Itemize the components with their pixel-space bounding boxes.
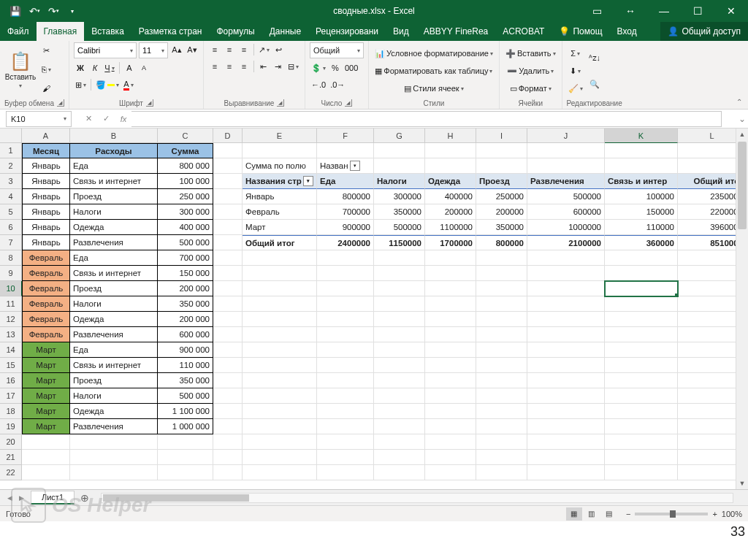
col-header-J[interactable]: J (527, 129, 605, 143)
zoom-level[interactable]: 100% (722, 510, 742, 518)
view-page-layout-button[interactable]: ▥ (584, 507, 600, 521)
worksheet-grid[interactable]: ABCDEFGHIJKL 123456789101112131415161718… (0, 129, 748, 489)
font-launcher[interactable]: ◢ (146, 99, 153, 107)
sort-filter-button[interactable]: ᴬᴢ↓ (587, 46, 603, 69)
decrease-indent-button[interactable]: ⇤ (257, 59, 270, 74)
col-header-B[interactable]: B (70, 129, 158, 143)
underline-button[interactable]: Ч▾ (103, 61, 116, 75)
decrease-font-alt[interactable]: A (137, 61, 150, 75)
ribbon-display-icon[interactable]: ▭ (580, 0, 614, 22)
number-format-combo[interactable]: Общий▾ (310, 42, 364, 58)
tab-formulas[interactable]: Формулы (209, 22, 262, 41)
clear-button[interactable]: 🧹▾ (567, 82, 584, 96)
bold-button[interactable]: Ж (74, 61, 87, 75)
enter-formula-button[interactable]: ✓ (98, 112, 114, 126)
zoom-in-button[interactable]: + (712, 510, 717, 518)
minimize-icon[interactable]: — (647, 0, 681, 22)
row-header-14[interactable]: 14 (0, 342, 22, 358)
tab-file[interactable]: Файл (0, 22, 37, 41)
row-header-12[interactable]: 12 (0, 312, 22, 327)
tab-abbyy[interactable]: ABBYY FineRea (416, 22, 496, 41)
increase-font-alt[interactable]: A (123, 61, 136, 75)
sheet-tab-active[interactable]: Лист1 (31, 491, 75, 505)
col-header-F[interactable]: F (317, 129, 374, 143)
row-header-15[interactable]: 15 (0, 358, 22, 373)
col-header-H[interactable]: H (425, 129, 476, 143)
orientation-button[interactable]: ↗▾ (257, 42, 271, 57)
expand-formula-icon[interactable]: ⌄ (736, 114, 748, 124)
increase-indent-button[interactable]: ⇥ (272, 59, 285, 74)
row-header-5[interactable]: 5 (0, 204, 22, 220)
fill-handle[interactable] (675, 294, 678, 296)
font-name-input[interactable] (77, 46, 127, 55)
col-header-K[interactable]: K (605, 129, 678, 143)
share-button[interactable]: 👤Общий доступ (660, 22, 748, 41)
format-as-table-button[interactable]: ▦Форматировать как таблицу▾ (373, 63, 495, 79)
fx-button[interactable]: fx (115, 112, 131, 126)
selected-cell[interactable] (605, 281, 678, 296)
decrease-font-button[interactable]: A▾ (186, 42, 199, 57)
formula-input[interactable] (131, 111, 722, 127)
qat-customize-icon[interactable]: ▾ (64, 3, 80, 19)
font-color-button[interactable]: A▾ (122, 77, 135, 92)
col-header-C[interactable]: C (158, 129, 213, 143)
row-header-3[interactable]: 3 (0, 174, 22, 189)
row-header-6[interactable]: 6 (0, 220, 22, 235)
italic-button[interactable]: К (88, 61, 102, 75)
pivot-row-filter[interactable]: ▾ (303, 176, 313, 186)
increase-decimal-button[interactable]: ←.0 (310, 77, 327, 92)
collapse-ribbon-icon[interactable]: ⌃ (733, 96, 745, 107)
format-cells-button[interactable]: ▭Формат▾ (504, 80, 557, 96)
row-header-2[interactable]: 2 (0, 158, 22, 174)
tab-view[interactable]: Вид (386, 22, 416, 41)
row-header-21[interactable]: 21 (0, 450, 22, 465)
row-header-16[interactable]: 16 (0, 373, 22, 388)
tab-layout[interactable]: Разметка стран (131, 22, 210, 41)
row-header-20[interactable]: 20 (0, 434, 22, 450)
sheet-nav-prev[interactable]: ◀ (4, 494, 15, 502)
font-name-combo[interactable]: ▾ (74, 42, 137, 58)
find-select-button[interactable]: 🔍 (587, 73, 603, 96)
zoom-thumb[interactable] (670, 510, 676, 518)
col-header-G[interactable]: G (374, 129, 425, 143)
clipboard-launcher[interactable]: ◢ (57, 99, 64, 107)
merge-button[interactable]: ⊟▾ (286, 59, 300, 74)
row-header-11[interactable]: 11 (0, 296, 22, 312)
sheet-nav-next[interactable]: ▶ (16, 494, 26, 502)
conditional-format-button[interactable]: 📊Условное форматирование▾ (373, 45, 495, 61)
format-painter-button[interactable]: 🖌 (39, 81, 53, 96)
align-right-button[interactable]: ≡ (237, 59, 251, 74)
tab-review[interactable]: Рецензировани (308, 22, 386, 41)
align-middle-button[interactable]: ≡ (223, 42, 236, 57)
hscroll-thumb[interactable] (103, 494, 249, 502)
align-left-button[interactable]: ≡ (208, 59, 221, 74)
increase-font-button[interactable]: A▴ (170, 42, 183, 57)
cell-styles-button[interactable]: ▤Стили ячеек▾ (373, 80, 495, 96)
font-size-input[interactable] (142, 46, 159, 55)
font-size-combo[interactable]: ▾ (139, 42, 168, 58)
cut-button[interactable]: ✂ (39, 44, 53, 58)
row-header-7[interactable]: 7 (0, 235, 22, 250)
decrease-decimal-button[interactable]: .0→ (329, 77, 346, 92)
align-top-button[interactable]: ≡ (208, 42, 221, 57)
copy-button[interactable]: ⎘▾ (39, 62, 53, 77)
fill-color-button[interactable]: 🪣▾ (94, 77, 121, 92)
align-launcher[interactable]: ◢ (277, 99, 284, 107)
zoom-out-button[interactable]: − (626, 510, 630, 518)
zoom-slider[interactable] (635, 513, 708, 515)
row-header-13[interactable]: 13 (0, 327, 22, 342)
add-sheet-button[interactable]: ⊕ (75, 492, 95, 504)
row-header-17[interactable]: 17 (0, 388, 22, 404)
signin-button[interactable]: Вход (610, 22, 644, 41)
row-header-19[interactable]: 19 (0, 419, 22, 434)
insert-cells-button[interactable]: ➕Вставить▾ (504, 45, 557, 61)
close-icon[interactable]: ✕ (714, 0, 748, 22)
col-header-I[interactable]: I (476, 129, 527, 143)
row-header-1[interactable]: 1 (0, 143, 22, 158)
redo-icon[interactable]: ↷▾ (45, 3, 61, 19)
align-bottom-button[interactable]: ≡ (237, 42, 251, 57)
maximize-icon[interactable]: ☐ (681, 0, 714, 22)
paste-button[interactable]: 📋 Вставить ▾ (4, 42, 37, 97)
col-header-D[interactable]: D (213, 129, 243, 143)
pivot-column-filter[interactable]: ▾ (350, 161, 360, 171)
